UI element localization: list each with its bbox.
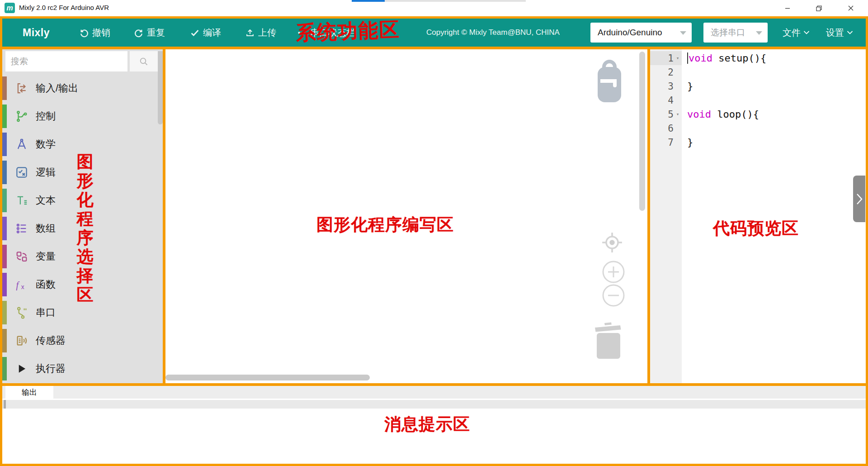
titlebar: m Mixly 2.0 rc2 For Arduino AVR bbox=[0, 0, 868, 16]
undo-icon bbox=[79, 28, 89, 38]
backpack-icon[interactable] bbox=[595, 59, 624, 105]
output-panel: 输出 bbox=[2, 386, 866, 464]
copyright-text: Copyright © Mixly Team@BNU, CHINA bbox=[426, 28, 560, 37]
toolbar-item-label: 串口状态栏 bbox=[310, 27, 355, 39]
menu-settings[interactable]: 设置 bbox=[826, 27, 853, 39]
search-button[interactable] bbox=[130, 51, 158, 71]
fold-marker-icon[interactable]: ▾ bbox=[674, 55, 682, 61]
serial-status-icon bbox=[297, 28, 307, 38]
code-line: 6 bbox=[650, 121, 866, 135]
restore-icon bbox=[816, 5, 822, 11]
search-icon bbox=[139, 57, 149, 67]
locate-target-icon[interactable] bbox=[601, 231, 623, 256]
port-select-dropdown[interactable]: 选择串口 bbox=[703, 23, 768, 43]
code-lines: 1▾void setup(){23}45▾void loop(){67} bbox=[650, 51, 866, 149]
tab-output[interactable]: 输出 bbox=[5, 386, 53, 399]
category-color-strip bbox=[2, 273, 7, 296]
chevron-down-icon bbox=[803, 31, 810, 35]
category-label: 变量 bbox=[36, 250, 56, 263]
sidebar-category[interactable]: 文本 bbox=[2, 186, 157, 214]
chevron-down-icon bbox=[756, 31, 762, 35]
compile-check-icon bbox=[190, 28, 200, 38]
zoom-out-icon[interactable] bbox=[602, 284, 625, 309]
zoom-in-icon[interactable] bbox=[602, 260, 625, 285]
sidebar-category[interactable]: 数学 bbox=[2, 130, 157, 158]
toolbar-item-redo[interactable]: 重复 bbox=[134, 27, 165, 39]
category-color-strip bbox=[2, 301, 7, 324]
mixly-logo-icon: m bbox=[5, 3, 15, 13]
io-icon bbox=[15, 81, 28, 95]
trash-icon[interactable] bbox=[594, 320, 623, 361]
code-text: void setup(){ bbox=[682, 52, 766, 64]
category-list: 输入/输出控制数学逻辑文本数组变量fx函数串口传感器执行器 bbox=[2, 74, 157, 383]
array-icon bbox=[15, 222, 28, 235]
category-label: 传感器 bbox=[36, 334, 66, 347]
toolbar-item-label: 撤销 bbox=[92, 27, 110, 39]
expand-panel-tab[interactable] bbox=[853, 176, 865, 222]
text-icon bbox=[15, 194, 28, 207]
toolbar-item-upload[interactable]: 上传 bbox=[245, 27, 276, 39]
toolbar-item-label: 上传 bbox=[258, 27, 276, 39]
actuator-icon bbox=[15, 362, 28, 376]
sidebar-category[interactable]: 变量 bbox=[2, 243, 157, 271]
menu-settings-label: 设置 bbox=[826, 27, 844, 39]
sidebar-scrollbar-thumb[interactable] bbox=[158, 51, 163, 124]
line-number: 5▾ bbox=[650, 107, 682, 121]
canvas-vertical-scrollbar[interactable] bbox=[639, 52, 645, 260]
code-line: 1▾void setup(){ bbox=[650, 51, 866, 65]
category-label: 执行器 bbox=[36, 362, 66, 376]
redo-icon bbox=[134, 28, 144, 38]
board-select-value: Arduino/Genuino bbox=[598, 28, 662, 38]
toolbar-item-compile-check[interactable]: 编译 bbox=[190, 27, 221, 39]
sidebar-category[interactable]: fx函数 bbox=[2, 271, 157, 299]
chevron-down-icon bbox=[680, 31, 686, 35]
category-color-strip bbox=[2, 189, 7, 212]
math-icon bbox=[15, 138, 28, 151]
category-color-strip bbox=[2, 217, 7, 240]
category-color-strip bbox=[2, 245, 7, 268]
code-text: } bbox=[682, 81, 693, 92]
blockly-workspace[interactable] bbox=[165, 49, 647, 383]
menu-file[interactable]: 文件 bbox=[783, 27, 810, 39]
minimize-button[interactable] bbox=[777, 0, 798, 16]
chevron-down-icon bbox=[847, 31, 853, 35]
line-number: 2 bbox=[650, 65, 682, 79]
toolbar-item-serial-status[interactable]: 串口状态栏 bbox=[297, 27, 355, 39]
sidebar-category[interactable]: 传感器 bbox=[2, 327, 157, 355]
message-strip bbox=[2, 400, 866, 409]
board-select-dropdown[interactable]: Arduino/Genuino bbox=[590, 23, 692, 43]
text-cursor bbox=[687, 52, 688, 64]
category-color-strip bbox=[2, 357, 7, 380]
sidebar-category[interactable]: 串口 bbox=[2, 299, 157, 327]
sidebar-scrollbar[interactable] bbox=[157, 50, 163, 382]
search-input[interactable] bbox=[5, 51, 127, 71]
code-line: 3} bbox=[650, 79, 866, 93]
code-line: 4 bbox=[650, 93, 866, 107]
code-line: 5▾void loop(){ bbox=[650, 107, 866, 121]
toolbar-item-undo[interactable]: 撤销 bbox=[79, 27, 110, 39]
upload-icon bbox=[245, 28, 255, 38]
category-label: 控制 bbox=[36, 109, 56, 123]
sidebar-category[interactable]: 输入/输出 bbox=[2, 74, 157, 102]
canvas-vertical-scrollbar-thumb[interactable] bbox=[639, 52, 645, 211]
menu-file-label: 文件 bbox=[783, 27, 801, 39]
sidebar-category[interactable]: 控制 bbox=[2, 102, 157, 130]
category-color-strip bbox=[2, 105, 7, 128]
category-label: 函数 bbox=[36, 278, 56, 291]
category-label: 数学 bbox=[36, 138, 56, 151]
mixly-brand[interactable]: Mixly bbox=[23, 27, 50, 39]
sidebar-category[interactable]: 执行器 bbox=[2, 355, 157, 383]
restore-button[interactable] bbox=[808, 0, 829, 16]
sidebar-category[interactable]: 数组 bbox=[2, 214, 157, 243]
chevron-right-icon bbox=[856, 193, 863, 205]
variable-icon bbox=[15, 250, 28, 263]
fold-marker-icon[interactable]: ▾ bbox=[674, 111, 682, 117]
canvas-horizontal-scrollbar[interactable] bbox=[165, 375, 370, 380]
line-number: 4 bbox=[650, 93, 682, 107]
serial-icon bbox=[15, 306, 28, 319]
close-icon bbox=[848, 5, 854, 11]
category-label: 输入/输出 bbox=[36, 81, 78, 95]
sidebar-category[interactable]: 逻辑 bbox=[2, 158, 157, 186]
category-color-strip bbox=[2, 76, 7, 100]
close-button[interactable] bbox=[840, 0, 861, 16]
